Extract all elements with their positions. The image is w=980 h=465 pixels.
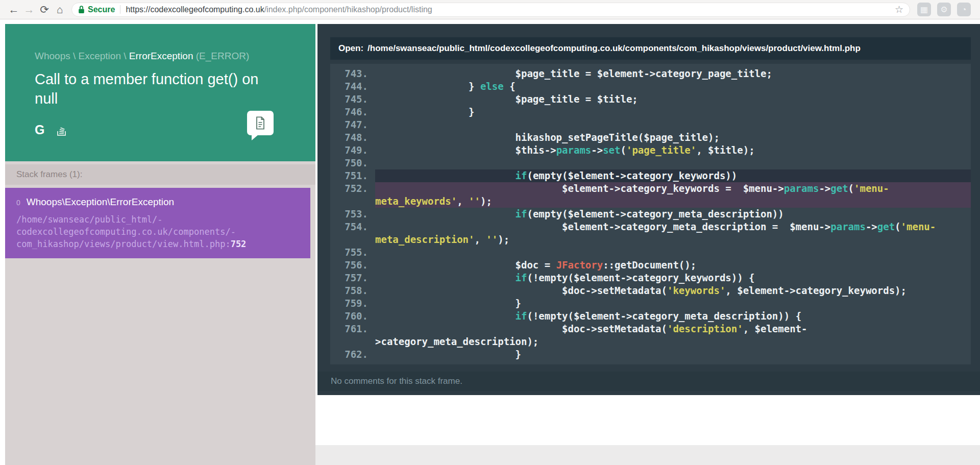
stack-frames-header: Stack frames (1):	[5, 164, 315, 185]
code-text: hikashop_setPageTitle($page_title);	[375, 131, 959, 144]
frame-path: /home/swanseac/public_html/- codexcolleg…	[16, 213, 299, 250]
line-number: 757.	[330, 272, 375, 284]
back-button[interactable]: ←	[6, 4, 21, 16]
screen: ← → ⟳ ⌂ Secure https://codexcollegeofcom…	[0, 0, 980, 465]
code-text: }	[375, 297, 959, 310]
stack-frame[interactable]: 0 Whoops\Exception\ErrorException /home/…	[5, 188, 310, 258]
frame-title: 0 Whoops\Exception\ErrorException	[16, 197, 299, 208]
code-text: $doc->setMetadata('description', $elemen…	[375, 323, 959, 348]
breadcrumb-prefix: Whoops \ Exception \	[35, 51, 129, 61]
bookmark-star-icon[interactable]: ☆	[895, 4, 903, 15]
open-label: Open:	[338, 43, 363, 54]
code-text	[375, 157, 959, 169]
line-number: 752.	[330, 182, 375, 208]
reload-button[interactable]: ⟳	[37, 4, 52, 16]
code-line: 759. }	[330, 297, 971, 310]
code-panel: Open: /home/swanseac/public_html/codexco…	[317, 24, 980, 395]
browser-chrome: ← → ⟳ ⌂ Secure https://codexcollegeofcom…	[0, 0, 980, 19]
url-path: /index.php/component/hikashop/product/li…	[264, 5, 432, 14]
stackoverflow-search-icon[interactable]	[57, 124, 67, 136]
code-line: 753. if(empty($element->category_meta_de…	[330, 208, 971, 221]
line-number: 756.	[330, 259, 375, 272]
code-text: $doc = JFactory::getDocument();	[375, 259, 959, 272]
frame-index: 0	[16, 199, 20, 207]
url-divider	[120, 5, 120, 14]
extensions-row: ▦ ⚙ ◔	[917, 3, 971, 16]
code-text: $this->params->set('page_title', $title)…	[375, 144, 959, 157]
line-number: 759.	[330, 297, 375, 310]
home-button[interactable]: ⌂	[52, 4, 67, 16]
code-text: if(empty($element->category_meta_descrip…	[375, 208, 959, 221]
line-number: 747.	[330, 118, 375, 131]
code-line: 754. $element->category_meta_description…	[330, 221, 971, 246]
frame-class: Whoops\Exception\ErrorException	[27, 197, 174, 208]
line-number: 744.	[330, 80, 375, 93]
code-text: $element->category_keywords = $menu->par…	[375, 182, 959, 208]
open-file-path[interactable]: /home/swanseac/public_html/codexcollegeo…	[368, 43, 861, 54]
extension-icon-1[interactable]: ▦	[917, 3, 931, 16]
code-line: 752. $element->category_keywords = $menu…	[330, 182, 971, 208]
line-number: 749.	[330, 144, 375, 157]
code-line: 760. if(!empty($element->category_meta_d…	[330, 310, 971, 323]
copy-stacktrace-button[interactable]	[247, 111, 274, 135]
code-text	[375, 246, 959, 259]
line-number: 758.	[330, 284, 375, 297]
exception-message: Call to a member function get() on null	[35, 70, 275, 108]
extension-icon-2[interactable]: ⚙	[937, 3, 951, 16]
code-text: if(!empty($element->category_keywords)) …	[375, 272, 959, 284]
frame-path-text: /home/swanseac/public_html/- codexcolleg…	[16, 214, 236, 249]
exception-header: Whoops \ Exception \ ErrorException (E_E…	[5, 24, 315, 161]
secure-label: Secure	[88, 5, 115, 14]
lock-icon	[78, 5, 85, 14]
code-line: 761. $doc->setMetadata('description', $e…	[330, 323, 971, 348]
line-number: 762.	[330, 348, 375, 361]
line-number: 753.	[330, 208, 375, 221]
line-number: 754.	[330, 221, 375, 246]
code-text: } else {	[375, 80, 959, 93]
secure-badge[interactable]: Secure	[78, 5, 115, 14]
code-lines: 743. $page_title = $element->category_pa…	[330, 67, 971, 361]
open-file-bar: Open: /home/swanseac/public_html/codexco…	[330, 37, 971, 60]
url-host: https://codexcollegeofcomputing.co.uk	[126, 5, 264, 14]
url-text[interactable]: https://codexcollegeofcomputing.co.uk/in…	[126, 5, 890, 14]
exception-class: ErrorException	[129, 51, 193, 61]
code-line: 757. if(!empty($element->category_keywor…	[330, 272, 971, 284]
code-line: 747.	[330, 118, 971, 131]
code-line: 745. $page_title = $title;	[330, 93, 971, 106]
code-line: 750.	[330, 157, 971, 169]
code-line: 748. hikashop_setPageTitle($page_title);	[330, 131, 971, 144]
error-panel: Whoops \ Exception \ ErrorException (E_E…	[5, 24, 315, 465]
code-line: 751. if(empty($element->category_keyword…	[330, 169, 971, 182]
code-line: 755.	[330, 246, 971, 259]
google-search-icon[interactable]: G	[35, 123, 44, 137]
code-line: 746. }	[330, 106, 971, 118]
frame-line-number: 752	[231, 239, 247, 249]
code-text: if(!empty($element->category_meta_descri…	[375, 310, 959, 323]
line-number: 745.	[330, 93, 375, 106]
code-text: $element->category_meta_description = $m…	[375, 221, 959, 246]
code-area: 743. $page_title = $element->category_pa…	[330, 64, 971, 364]
line-number: 755.	[330, 246, 375, 259]
footer-strip	[315, 445, 980, 465]
code-text: }	[375, 106, 959, 118]
line-number: 743.	[330, 67, 375, 80]
forward-button[interactable]: →	[21, 4, 37, 16]
code-line: 756. $doc = JFactory::getDocument();	[330, 259, 971, 272]
code-text: $page_title = $element->category_page_ti…	[375, 67, 959, 80]
code-text: $doc->setMetadata('keywords', $element->…	[375, 284, 959, 297]
comments-bar: No comments for this stack frame.	[317, 372, 980, 391]
code-line: 758. $doc->setMetadata('keywords', $elem…	[330, 284, 971, 297]
code-line: 743. $page_title = $element->category_pa…	[330, 67, 971, 80]
line-number: 761.	[330, 323, 375, 348]
code-line: 749. $this->params->set('page_title', $t…	[330, 144, 971, 157]
document-icon	[254, 116, 266, 130]
line-number: 750.	[330, 157, 375, 169]
line-number: 751.	[330, 169, 375, 182]
code-line: 744. } else {	[330, 80, 971, 93]
address-bar[interactable]: Secure https://codexcollegeofcomputing.c…	[71, 3, 910, 17]
extension-icon-3[interactable]: ◔	[957, 3, 971, 16]
breadcrumb-suffix: (E_ERROR)	[193, 51, 250, 61]
code-line: 762. }	[330, 348, 971, 361]
code-text: }	[375, 348, 959, 361]
code-text: $page_title = $title;	[375, 93, 959, 106]
